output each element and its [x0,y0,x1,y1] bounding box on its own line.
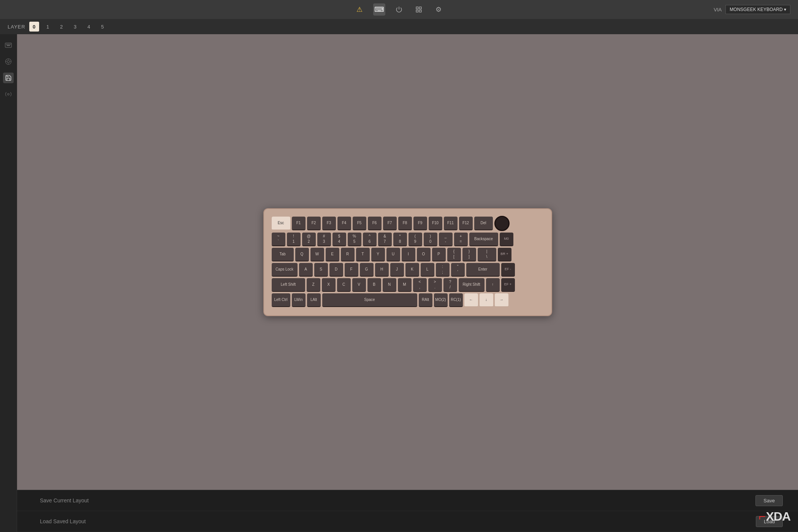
key-knob[interactable] [494,216,510,231]
save-button[interactable]: Save [755,495,783,506]
key-space[interactable]: Space [322,293,417,307]
key-i[interactable]: I [402,248,415,261]
key-6[interactable]: ^6 [363,233,377,246]
key-2[interactable]: @2 [302,233,316,246]
key-4[interactable]: $4 [332,233,346,246]
power-icon[interactable] [393,3,405,16]
key-left-ctrl[interactable]: Left Ctrl [272,293,290,307]
key-k[interactable]: K [405,263,419,277]
key-f4[interactable]: F4 [337,217,351,230]
key-backslash[interactable]: |\ [478,248,496,261]
key-f5[interactable]: F5 [353,217,366,230]
key-c[interactable]: C [337,278,351,292]
key-rc1[interactable]: RC(1) [449,293,463,307]
layers-icon[interactable] [413,3,425,16]
layer-0[interactable]: 0 [29,22,39,32]
key-up[interactable]: ↑ [486,278,500,292]
key-esc[interactable]: Esc [272,217,290,230]
key-s[interactable]: S [314,263,328,277]
key-f[interactable]: F [345,263,358,277]
key-semicolon[interactable]: :; [436,263,450,277]
key-lalt[interactable]: LAlt [307,293,321,307]
key-mo2[interactable]: MO(2) [434,293,448,307]
key-b[interactable]: B [367,278,381,292]
key-d[interactable]: D [329,263,343,277]
key-ef-minus[interactable]: EF - [501,263,515,277]
key-left-shift[interactable]: Left Shift [272,278,305,292]
key-f8[interactable]: F8 [398,217,412,230]
key-p[interactable]: P [432,248,446,261]
key-tilde[interactable]: ~` [272,233,285,246]
warning-icon[interactable]: ⚠ [353,3,366,16]
key-u[interactable]: U [386,248,400,261]
key-f2[interactable]: F2 [307,217,321,230]
key-lbracket[interactable]: {[ [447,248,461,261]
key-right-shift[interactable]: Right Shift [459,278,484,292]
layer-1[interactable]: 1 [43,22,53,32]
key-9[interactable]: (9 [408,233,422,246]
layer-2[interactable]: 2 [57,22,66,32]
key-1[interactable]: !1 [287,233,301,246]
key-lwin[interactable]: LWin [292,293,306,307]
key-j[interactable]: J [390,263,404,277]
layer-5[interactable]: 5 [98,22,108,32]
key-n[interactable]: N [383,278,396,292]
key-f3[interactable]: F3 [322,217,336,230]
key-tab[interactable]: Tab [272,248,294,261]
key-equals[interactable]: += [454,233,468,246]
key-ef-plus[interactable]: EF + [501,278,515,292]
key-g[interactable]: G [360,263,374,277]
key-8[interactable]: *8 [393,233,407,246]
key-0[interactable]: )0 [424,233,437,246]
key-w[interactable]: W [310,248,324,261]
key-f11[interactable]: F11 [444,217,458,230]
keyboard-icon[interactable]: ⌨ [373,3,385,16]
layer-4[interactable]: 4 [84,22,94,32]
key-m0[interactable]: M0 [500,233,513,246]
key-capslock[interactable]: Caps Lock [272,263,298,277]
key-right[interactable]: → [495,293,508,307]
key-h[interactable]: H [375,263,389,277]
key-ralt[interactable]: RAlt [419,293,432,307]
key-down[interactable]: ↓ [480,293,493,307]
settings-icon[interactable]: ⚙ [432,3,445,16]
key-v[interactable]: V [352,278,366,292]
key-minus[interactable]: _- [439,233,453,246]
sidebar-keys-icon[interactable] [3,40,14,51]
sidebar-target-icon[interactable] [3,56,14,67]
key-slash[interactable]: ?/ [443,278,457,292]
key-f7[interactable]: F7 [383,217,397,230]
key-x[interactable]: X [322,278,336,292]
layer-3[interactable]: 3 [70,22,80,32]
key-enter[interactable]: Enter [466,263,500,277]
key-t[interactable]: T [356,248,370,261]
key-o[interactable]: O [417,248,431,261]
key-z[interactable]: Z [307,278,320,292]
key-br-plus[interactable]: BR + [498,248,511,261]
key-r[interactable]: R [341,248,355,261]
sidebar-macro-icon[interactable] [3,89,14,100]
key-left[interactable]: ← [464,293,478,307]
key-period[interactable]: >. [428,278,442,292]
key-quote[interactable]: "' [451,263,465,277]
key-comma[interactable]: <, [413,278,427,292]
key-f9[interactable]: F9 [413,217,427,230]
keyboard-selector[interactable]: MONSGEEK KEYBOARD ▾ [725,5,790,14]
key-backspace[interactable]: Backspace [469,233,498,246]
key-del[interactable]: Del [474,217,493,230]
key-rbracket[interactable]: }] [462,248,476,261]
key-m[interactable]: M [398,278,412,292]
key-7[interactable]: &7 [378,233,392,246]
key-a[interactable]: A [299,263,313,277]
key-f10[interactable]: F10 [429,217,442,230]
sidebar-save-icon[interactable] [3,73,14,83]
key-q[interactable]: Q [295,248,309,261]
key-5[interactable]: %5 [348,233,361,246]
key-l[interactable]: L [421,263,434,277]
key-y[interactable]: Y [371,248,385,261]
key-f12[interactable]: F12 [459,217,473,230]
key-3[interactable]: #3 [317,233,331,246]
key-e[interactable]: E [326,248,339,261]
key-f1[interactable]: F1 [292,217,306,230]
key-f6[interactable]: F6 [368,217,382,230]
